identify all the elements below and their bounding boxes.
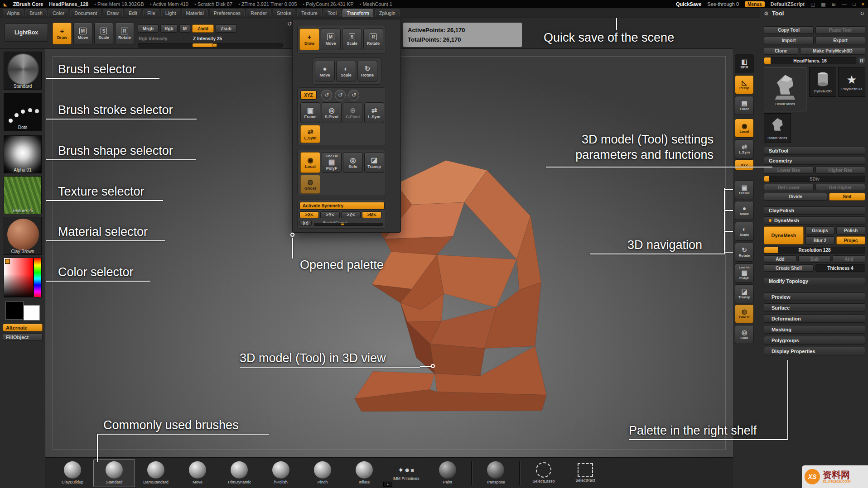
menu-item-texture[interactable]: Texture <box>297 9 322 17</box>
bpr-button[interactable]: ◧BPR <box>735 54 754 73</box>
tray-brush-pinch[interactable]: Pinch <box>302 459 343 487</box>
menu-item-render[interactable]: Render <box>246 9 271 17</box>
cylinder3d-thumbnail[interactable]: Cylinder3D <box>809 67 836 97</box>
transp-button[interactable]: ◪Transp <box>364 152 384 173</box>
menu-item-color[interactable]: Color <box>48 9 68 17</box>
refresh-icon[interactable]: ↻ <box>860 10 864 17</box>
clone-button[interactable]: Clone <box>764 47 798 55</box>
material-selector-thumbnail[interactable]: Clay Brown <box>4 217 42 255</box>
menu-item-light[interactable]: Light <box>161 9 180 17</box>
lsym-button[interactable]: ⇄L.Sym <box>364 102 384 123</box>
polyframe-button[interactable]: Line Fill▦PolyF <box>322 152 342 173</box>
sdiv-slider[interactable]: SDiv <box>764 176 865 182</box>
tray-brush-selectlasso[interactable]: SelectLasso <box>523 459 564 487</box>
del-lower-button[interactable]: Del Lower <box>764 184 814 191</box>
ghost-shelf-button[interactable]: ◍Ghost <box>735 304 754 323</box>
menu-item-file[interactable]: File <box>143 9 159 17</box>
transp-shelf-button[interactable]: ◪Transp <box>735 284 754 303</box>
z-intensity-slider[interactable] <box>192 43 283 48</box>
lightbox-button[interactable]: LightBox <box>5 24 48 42</box>
fillobject-button[interactable]: FillObject <box>3 333 43 341</box>
saturation-square[interactable] <box>4 258 33 297</box>
local-shelf-button[interactable]: ◉Local <box>735 119 754 138</box>
dynamesh-section-header[interactable]: DynaMesh <box>764 216 865 225</box>
resolution-slider[interactable]: Resolution 128 <box>764 247 865 254</box>
grid-icon[interactable]: ▦ <box>821 1 825 7</box>
zadd-button[interactable]: Zadd <box>192 24 214 33</box>
radialcount-handle[interactable] <box>341 223 344 225</box>
thickness-slider[interactable]: Thickness 4 <box>815 264 865 272</box>
main-color-swatch[interactable] <box>5 301 24 320</box>
palette-rotate2-button[interactable]: ↻Rotate <box>357 61 377 81</box>
polish-button[interactable]: Polish <box>836 226 865 234</box>
axis-x-icon[interactable]: ↺ <box>321 90 332 100</box>
brush-selector-thumbnail[interactable]: Standard <box>4 52 42 90</box>
menu-item-alpha[interactable]: Alpha <box>3 9 24 17</box>
subtool-section-header[interactable]: SubTool <box>764 147 865 155</box>
menu-item-transform[interactable]: Transform <box>342 9 373 17</box>
menus-toggle[interactable]: Menus <box>745 1 765 7</box>
menu-item-preferences[interactable]: Preferences <box>210 9 245 17</box>
floor-button[interactable]: ▤Floor <box>735 96 754 115</box>
zsub-button[interactable]: Zsub <box>216 24 236 33</box>
frame-button[interactable]: ▣Frame <box>300 102 320 123</box>
higher-res-button[interactable]: Higher Res <box>815 167 865 174</box>
zscript-button[interactable]: DefaultZScript <box>771 1 805 7</box>
menu-item-material[interactable]: Material <box>182 9 208 17</box>
and-button[interactable]: And <box>833 255 865 263</box>
make-polymesh3d-button[interactable]: Make PolyMesh3D <box>800 47 865 55</box>
rotate-shelf-button[interactable]: ↻Rotate <box>735 243 754 262</box>
axis-y-icon[interactable]: ↺ <box>335 90 346 100</box>
divide-button[interactable]: Divide <box>764 193 827 201</box>
palette-scale-button[interactable]: SScale <box>342 29 362 50</box>
create-shell-button[interactable]: Create Shell <box>764 264 814 272</box>
export-button[interactable]: Export <box>815 37 865 44</box>
surface-section-header[interactable]: Surface <box>764 303 865 312</box>
paste-tool-button[interactable]: Paste Tool <box>815 26 865 34</box>
tray-brush-selectrect[interactable]: SelectRect <box>564 459 606 487</box>
menu-item-document[interactable]: Document <box>70 9 101 17</box>
hue-strip[interactable] <box>34 258 42 297</box>
r-button[interactable]: R <box>858 57 865 64</box>
tray-scroll-arrow[interactable]: ▲ <box>383 482 392 487</box>
close-icon[interactable]: × <box>862 1 864 7</box>
move-mode-button[interactable]: MMove <box>73 23 92 44</box>
frame-shelf-button[interactable]: ▣Frame <box>735 180 754 199</box>
active-tool-thumbnail[interactable]: HeadPlanes <box>764 67 806 111</box>
palette-rotate-button[interactable]: RRotate <box>363 29 383 50</box>
tray-brush-move[interactable]: Move <box>177 459 218 487</box>
del-higher-button[interactable]: Del Higher <box>815 184 865 191</box>
m-button[interactable]: M <box>179 24 190 33</box>
stroke-selector-thumbnail[interactable]: Dots <box>4 93 42 131</box>
lsym-shelf-button[interactable]: ⇄L.Sym <box>735 139 754 158</box>
add-button[interactable]: Add <box>764 255 796 263</box>
masking-section-header[interactable]: Masking <box>764 325 865 334</box>
secondary-color-swatch[interactable] <box>24 305 40 321</box>
mrgb-button[interactable]: Mrgb <box>138 24 159 33</box>
scale-shelf-button[interactable]: ◐Scale <box>735 222 754 241</box>
radial-button[interactable]: (R) <box>299 220 312 226</box>
alternate-button[interactable]: Alternate <box>3 324 43 331</box>
cpivot-button[interactable]: ⊕C.Pivot <box>343 102 363 123</box>
z-intensity-handle[interactable] <box>212 43 217 47</box>
menu-item-brush[interactable]: Brush <box>25 9 47 17</box>
blur-button[interactable]: Blur 2 <box>805 236 834 244</box>
sym-m-button[interactable]: >M< <box>362 211 381 218</box>
sub-button[interactable]: Sub <box>798 255 831 263</box>
project-button[interactable]: Projec <box>836 236 865 244</box>
menu-item-tool[interactable]: Tool <box>323 9 341 17</box>
smt-button[interactable]: Smt <box>829 193 865 201</box>
xyz-button[interactable]: XYZ <box>300 91 317 100</box>
draw-mode-button[interactable]: +Draw <box>53 23 72 44</box>
rotate-mode-button[interactable]: RRotate <box>115 23 134 44</box>
deformation-section-header[interactable]: Deformation <box>764 314 865 323</box>
maximize-icon[interactable]: □ <box>853 1 856 7</box>
dynamesh-button[interactable]: DynaMesh <box>764 226 804 244</box>
import-button[interactable]: Import <box>764 37 814 44</box>
copy-tool-button[interactable]: Copy Tool <box>764 26 814 34</box>
geometry-section-header[interactable]: Geometry <box>764 157 865 165</box>
headplanes2-thumbnail[interactable]: HeadPlanes <box>764 113 791 143</box>
palette-draw-button[interactable]: +Draw <box>299 29 319 50</box>
palette-move2-button[interactable]: ●Move <box>315 61 335 81</box>
alpha-selector-thumbnail[interactable]: Alpha 01 <box>4 135 42 173</box>
